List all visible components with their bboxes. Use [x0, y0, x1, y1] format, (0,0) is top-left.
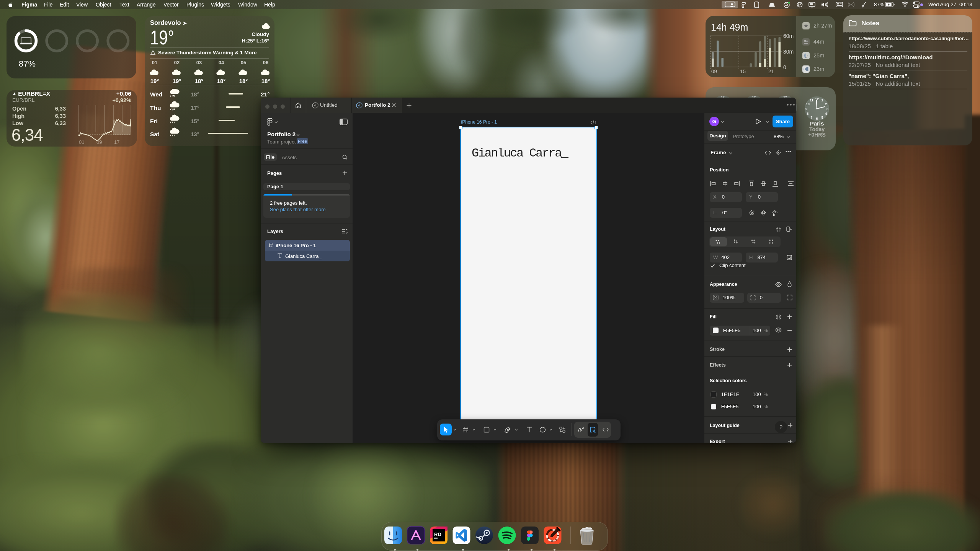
- svg-text:12: 12: [815, 97, 819, 101]
- svg-text:5: 5: [822, 116, 823, 119]
- svg-text:17: 17: [114, 139, 119, 145]
- svg-text:11: 11: [810, 98, 813, 102]
- svg-text:RD: RD: [434, 531, 441, 537]
- svg-text:1: 1: [822, 98, 823, 102]
- svg-text:01: 01: [79, 139, 84, 145]
- svg-text:9: 9: [805, 107, 807, 111]
- svg-text:4: 4: [825, 112, 827, 116]
- svg-text:2: 2: [825, 102, 827, 106]
- svg-text:7: 7: [811, 116, 813, 119]
- svg-text:09: 09: [96, 139, 102, 145]
- svg-text:3: 3: [826, 107, 828, 111]
- svg-text:10: 10: [806, 102, 810, 106]
- svg-text:8: 8: [807, 112, 809, 116]
